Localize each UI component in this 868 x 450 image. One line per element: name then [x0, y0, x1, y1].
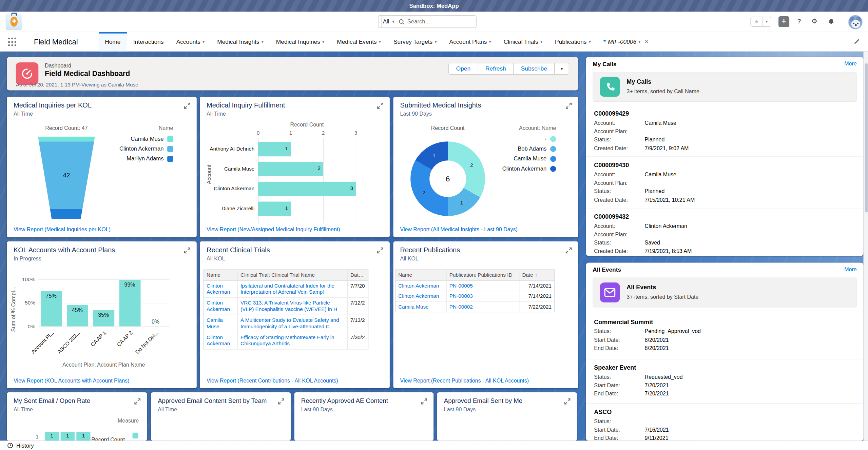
expand-icon[interactable]: [376, 102, 384, 110]
view-report-link[interactable]: View Report (Recent Publications - All K…: [400, 377, 529, 384]
setup-gear-icon[interactable]: ⚙: [811, 17, 817, 25]
cell-link[interactable]: Clinton Ackerman: [204, 298, 238, 314]
cell-link[interactable]: A Multicenter Study to Evaluate Safety a…: [238, 315, 348, 331]
notification-bell-icon[interactable]: [828, 18, 834, 26]
legend-entry[interactable]: Camila Muse: [119, 136, 173, 142]
more-link[interactable]: More: [844, 61, 856, 67]
view-report-link[interactable]: View Report (Medical Inquiries per KOL): [14, 227, 111, 233]
legend-entry[interactable]: Marilyn Adams: [119, 156, 173, 162]
record-name-link[interactable]: C000099430: [594, 162, 855, 169]
tab-home[interactable]: Home: [99, 32, 127, 52]
chevron-down-icon[interactable]: ▾: [262, 40, 263, 44]
add-icon[interactable]: ＋: [778, 16, 789, 27]
bar-diane-zicarelli[interactable]: 1: [258, 202, 291, 216]
chevron-down-icon[interactable]: ▾: [489, 40, 491, 44]
history-button[interactable]: History: [16, 443, 34, 449]
tab-accounts[interactable]: Accounts▾: [170, 32, 211, 52]
chevron-down-icon[interactable]: ▾: [589, 40, 591, 44]
funnel-segment-2[interactable]: 42: [38, 141, 95, 209]
cell-link[interactable]: Clinton Ackerman: [396, 280, 447, 291]
chevron-down-icon[interactable]: ▾: [323, 40, 324, 44]
search-input[interactable]: Search...: [407, 19, 430, 25]
funnel-segment-1[interactable]: [38, 137, 95, 142]
refresh-button[interactable]: Refresh: [478, 63, 514, 75]
view-report-link[interactable]: View Report (KOL Accounts with Account P…: [14, 377, 129, 384]
favorites-caret-icon[interactable]: ▾: [763, 17, 771, 26]
close-icon[interactable]: ✕: [644, 39, 649, 45]
expand-icon[interactable]: [183, 247, 191, 255]
chevron-down-icon[interactable]: ▾: [639, 40, 640, 44]
legend-entry[interactable]: Clinton Ackerman: [119, 145, 173, 152]
expand-icon[interactable]: [563, 398, 572, 406]
tab-medical-inquiries[interactable]: Medical Inquiries▾: [270, 32, 330, 52]
column-header[interactable]: Publication: Publications ID: [447, 270, 520, 280]
tab-mif-00006[interactable]: *MIF-00006▾✕: [597, 32, 655, 52]
cell-link[interactable]: Clinton Ackerman: [204, 332, 238, 349]
legend-entry[interactable]: Camila Muse: [502, 156, 556, 162]
more-link[interactable]: More: [844, 266, 856, 273]
view-report-link[interactable]: View Report (All Medical Insights - Last…: [400, 227, 518, 233]
expand-icon[interactable]: [277, 398, 285, 406]
tab-publications[interactable]: Publications▾: [548, 32, 597, 52]
column-header[interactable]: Name: [396, 270, 447, 280]
bar-anthony-al-dehneh[interactable]: 1: [258, 142, 291, 157]
favorites-star-icon[interactable]: ★: [751, 17, 763, 26]
bar[interactable]: 1: [45, 432, 59, 441]
column-header[interactable]: Name: [204, 270, 238, 280]
record-name-link[interactable]: C000099429: [594, 110, 855, 117]
tab-survey-targets[interactable]: Survey Targets▾: [387, 32, 443, 52]
tab-clinical-trials[interactable]: Clinical Trials▾: [497, 32, 548, 52]
view-report-link[interactable]: View Report (New/Assigned Medical Inquir…: [207, 227, 340, 233]
column-header[interactable]: Dat…: [348, 270, 368, 280]
bar[interactable]: 1: [76, 432, 90, 441]
medapp-logo-icon[interactable]: ✚: [6, 14, 22, 29]
chevron-down-icon[interactable]: ▾: [392, 20, 394, 24]
global-search[interactable]: All ▾ Search...: [378, 15, 477, 28]
record-name-link[interactable]: Commercial Summit: [594, 319, 855, 326]
help-icon[interactable]: ?: [797, 18, 801, 25]
legend-entry[interactable]: Clinton Ackerman: [502, 165, 556, 172]
record-name-link[interactable]: ASCO: [594, 409, 855, 415]
expand-icon[interactable]: [376, 247, 384, 255]
app-launcher-icon[interactable]: [8, 38, 17, 47]
scrollbar[interactable]: [864, 52, 868, 441]
expand-icon[interactable]: [565, 247, 573, 255]
funnel-segment-3[interactable]: [38, 209, 95, 219]
expand-icon[interactable]: [565, 102, 573, 110]
column-header-date[interactable]: Date↑: [519, 270, 554, 280]
cell-link[interactable]: PN-00002: [447, 302, 520, 312]
open-button[interactable]: Open: [448, 63, 478, 75]
legend-entry[interactable]: Bob Adams: [502, 145, 556, 152]
tab-medical-events[interactable]: Medical Events▾: [331, 32, 387, 52]
scrollbar-thumb[interactable]: [865, 63, 868, 213]
search-scope-dropdown[interactable]: All: [379, 19, 392, 25]
more-actions-caret-icon[interactable]: ▼: [555, 63, 569, 75]
user-avatar[interactable]: [848, 15, 863, 30]
chevron-down-icon[interactable]: ▾: [435, 40, 437, 44]
legend-entry[interactable]: -: [502, 136, 556, 142]
cell-link[interactable]: PN-00005: [447, 280, 520, 291]
subscribe-button[interactable]: Subscribe: [514, 63, 555, 75]
cell-link[interactable]: Efficacy of Starting Methotrexate Early …: [238, 332, 348, 349]
cell-link[interactable]: Clinton Ackerman: [204, 280, 238, 297]
list-banner[interactable]: All Events 3+ items, sorted by Start Dat…: [593, 277, 856, 307]
edit-pencil-icon[interactable]: [853, 38, 860, 46]
expand-icon[interactable]: [133, 398, 141, 406]
chevron-down-icon[interactable]: ▾: [540, 40, 542, 44]
cell-link[interactable]: VRC 313: A Trivalent Virus-like Particle…: [238, 298, 348, 314]
record-name-link[interactable]: Speaker Event: [594, 364, 855, 371]
expand-icon[interactable]: [420, 398, 428, 406]
cell-link[interactable]: Camila Muse: [396, 302, 447, 312]
chevron-down-icon[interactable]: ▾: [379, 40, 381, 44]
bar-camila-muse[interactable]: 2: [258, 162, 323, 176]
tab-account-plans[interactable]: Account Plans▾: [443, 32, 497, 52]
expand-icon[interactable]: [183, 102, 191, 110]
view-report-link[interactable]: View Report (Recent Contributions - All …: [207, 377, 338, 384]
tab-medical-insights[interactable]: Medical Insights▾: [211, 32, 270, 52]
bar[interactable]: 1: [61, 432, 75, 441]
favorites-button[interactable]: ★ ▾: [750, 17, 771, 26]
cell-link[interactable]: Ipsilateral and Contralateral Index for …: [238, 280, 348, 297]
record-name-link[interactable]: C000099432: [594, 213, 855, 220]
cell-link[interactable]: Clinton Ackerman: [396, 291, 447, 301]
column-header[interactable]: Clinical Trial: Clinical Trial Name: [238, 270, 348, 280]
